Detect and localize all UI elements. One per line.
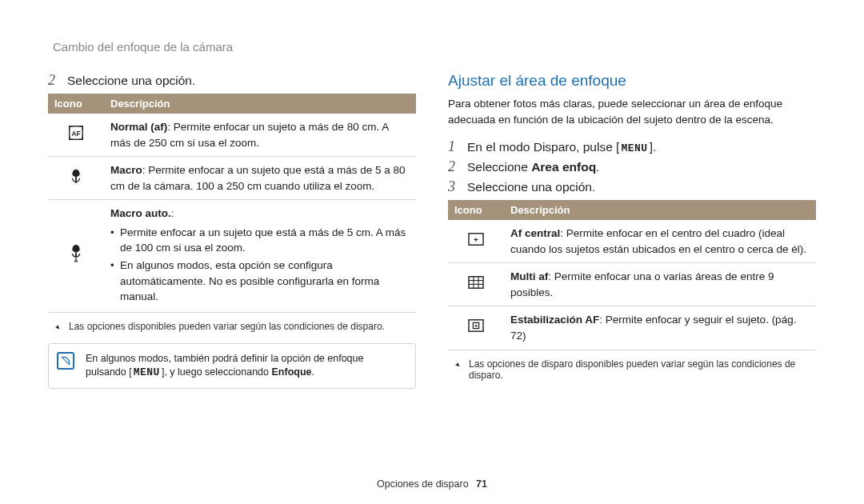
macro-auto-icon: A bbox=[67, 244, 85, 268]
menu-label: MENU bbox=[619, 142, 649, 154]
table-row: AF Normal (af): Permite enfocar un sujet… bbox=[48, 114, 416, 157]
step-number: 2 bbox=[448, 158, 459, 175]
table-row: Macro: Permite enfocar a un sujeto que e… bbox=[48, 157, 416, 200]
right-step-3: 3 Seleccione una opción. bbox=[448, 178, 816, 195]
th-desc: Descripción bbox=[104, 94, 416, 114]
note-suffix: . bbox=[312, 366, 314, 378]
af-normal-icon: AF bbox=[67, 124, 85, 146]
th-icon: Icono bbox=[448, 200, 504, 220]
step-text: Seleccione una opción. bbox=[467, 180, 595, 194]
left-caption: Las opciones disponibles pueden variar s… bbox=[48, 321, 416, 332]
step-post: . bbox=[596, 160, 599, 174]
menu-label: MENU bbox=[132, 366, 162, 380]
table-row: + Estabilización AF: Permite enfocar y s… bbox=[448, 306, 816, 350]
row-title: Normal (af) bbox=[110, 121, 167, 133]
th-icon: Icono bbox=[48, 94, 104, 114]
note-text-post: ], y luego seleccionando bbox=[162, 366, 272, 378]
right-caption: Las opciones de disparo disponibles pued… bbox=[448, 358, 816, 381]
focus-area-table: Icono Descripción + Af central: Permite … bbox=[448, 200, 816, 350]
bullet: En algunos modos, esta opción se configu… bbox=[110, 258, 410, 305]
svg-text:+: + bbox=[474, 235, 478, 244]
row-body: : bbox=[171, 207, 174, 219]
note-icon bbox=[57, 352, 74, 370]
page-footer: Opciones de disparo 71 bbox=[0, 478, 864, 490]
bullet: Permite enfocar a un sujeto que está a m… bbox=[110, 225, 410, 256]
step-pre: Seleccione bbox=[467, 160, 531, 174]
row-title: Af central bbox=[510, 227, 560, 239]
table-row: + Af central: Permite enfocar en el cent… bbox=[448, 220, 816, 263]
macro-icon bbox=[67, 167, 85, 190]
svg-text:+: + bbox=[474, 322, 478, 330]
section-intro: Para obtener fotos más claras, puede sel… bbox=[448, 96, 816, 127]
step-number: 1 bbox=[448, 138, 459, 155]
row-title: Multi af bbox=[510, 270, 548, 282]
step-text: En el modo Disparo, pulse [MENU]. bbox=[467, 140, 656, 154]
left-column: 2 Seleccione una opción. Icono Descripci… bbox=[48, 72, 416, 389]
row-title: Macro auto. bbox=[110, 207, 171, 219]
section-title: Ajustar el área de enfoque bbox=[448, 72, 816, 90]
step-text: Seleccione Area enfoq. bbox=[467, 160, 599, 174]
right-step-1: 1 En el modo Disparo, pulse [MENU]. bbox=[448, 138, 816, 155]
af-multi-icon bbox=[467, 275, 485, 294]
step-number: 3 bbox=[448, 178, 459, 195]
svg-text:AF: AF bbox=[72, 130, 81, 137]
page-header: Cambio del enfoque de la cámara bbox=[53, 40, 233, 54]
left-step-2: 2 Seleccione una opción. bbox=[48, 72, 416, 89]
th-desc: Descripción bbox=[504, 200, 816, 220]
table-row: Multi af: Permite enfocar una o varias á… bbox=[448, 263, 816, 306]
table-row: A Macro auto.: Permite enfocar a un suje… bbox=[48, 200, 416, 312]
row-body: : Permite enfocar a un sujeto que está a… bbox=[110, 164, 405, 192]
svg-text:A: A bbox=[74, 258, 78, 263]
page-number: 71 bbox=[476, 478, 487, 490]
note-box: En algunos modos, también podrá definir … bbox=[48, 343, 416, 390]
right-column: Ajustar el área de enfoque Para obtener … bbox=[448, 72, 816, 389]
row-body: : Permite enfocar una o varias áreas de … bbox=[510, 270, 774, 298]
step-post: ]. bbox=[650, 140, 657, 154]
row-title: Estabilización AF bbox=[510, 314, 599, 326]
af-track-icon: + bbox=[467, 318, 485, 338]
focus-options-table: Icono Descripción AF Normal (af): Permit… bbox=[48, 94, 416, 313]
af-center-icon: + bbox=[467, 232, 485, 251]
step-bold: Area enfoq bbox=[531, 160, 596, 174]
step-text: Seleccione una opción. bbox=[67, 74, 195, 88]
note-bold: Enfoque bbox=[272, 366, 312, 378]
row-title: Macro bbox=[110, 164, 142, 176]
right-step-2: 2 Seleccione Area enfoq. bbox=[448, 158, 816, 175]
step-pre: En el modo Disparo, pulse [ bbox=[467, 140, 619, 154]
step-number: 2 bbox=[48, 72, 59, 89]
svg-rect-5 bbox=[469, 277, 483, 288]
footer-label: Opciones de disparo bbox=[377, 478, 469, 490]
